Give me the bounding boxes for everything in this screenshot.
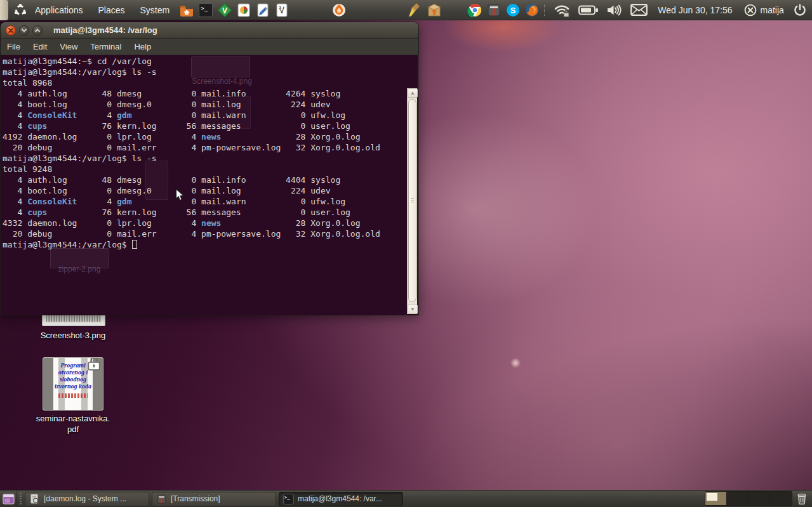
terminal-line: 4 boot.log 0 dmesg.0 0 mail.log 224 udev xyxy=(3,99,407,110)
menu-edit[interactable]: Edit xyxy=(27,39,53,55)
home-folder-launcher[interactable] xyxy=(178,2,195,18)
menu-applications[interactable]: Applications xyxy=(27,0,91,20)
panel-left-grip[interactable] xyxy=(0,0,8,20)
pdf-filename-line2: pdf xyxy=(22,424,124,435)
terminal-line: 4 cups 76 kern.log 56 messages 0 user.lo… xyxy=(3,207,407,218)
window-title: matija@l3gm4544: /var/log xyxy=(53,25,157,35)
tray-separator xyxy=(544,4,547,16)
window-minimize-button[interactable] xyxy=(19,25,29,36)
terminal-line: 4 ConsoleKit 4 gdm 0 mail.warn 0 ufw.log xyxy=(3,196,407,207)
math-launcher[interactable]: √3 xyxy=(274,2,290,18)
menu-terminal[interactable]: Terminal xyxy=(84,39,128,55)
volume-icon[interactable] xyxy=(602,0,627,20)
terminal-line: total 9248 xyxy=(3,164,407,174)
log-viewer-icon xyxy=(29,494,40,504)
taskbar-button-label: matija@l3gm4544: /var... xyxy=(298,494,382,503)
screenshot3-filename: Screenshot-3.png xyxy=(25,330,121,341)
pdf-thumbnail-subtitle-art xyxy=(58,393,88,398)
scrollbar-down-arrow-icon[interactable]: ▼ xyxy=(408,305,418,314)
trash-icon[interactable] xyxy=(794,491,809,506)
transmission-icon xyxy=(156,494,167,504)
user-me-menu[interactable]: matija xyxy=(739,4,789,16)
power-icon[interactable] xyxy=(789,3,812,17)
lock-emblem-icon xyxy=(86,357,102,372)
desktop-icon-screenshot3-label[interactable]: Screenshot-3.png xyxy=(25,330,121,341)
terminal-line: total 8968 xyxy=(3,77,407,88)
menu-places[interactable]: Places xyxy=(91,0,133,20)
chrome-icon[interactable] xyxy=(467,2,483,18)
terminal-line: matija@l3gm4544:/var/log$ xyxy=(3,239,407,250)
terminal-line: matija@l3gm4544:/var/log$ ls -s xyxy=(3,67,407,77)
menu-view[interactable]: View xyxy=(53,39,84,55)
scrollbar-thumb[interactable] xyxy=(408,99,416,302)
terminal-line: matija@l3gm4544:~$ cd /var/log xyxy=(3,56,407,67)
workspace-1[interactable] xyxy=(705,492,727,505)
terminal-icon: >_ xyxy=(283,494,294,504)
terminal-line: 4 cups 76 kern.log 56 messages 0 user.lo… xyxy=(3,121,407,131)
firefox-icon[interactable] xyxy=(524,2,540,18)
workspace-2[interactable] xyxy=(727,492,749,505)
desktop-icon-pdf[interactable]: Programi otvorenog i slobodnog izvornog … xyxy=(22,357,124,435)
terminal-window: matija@l3gm4544: /var/log File Edit View… xyxy=(0,22,419,315)
taskbar-button-label: [daemon.log - System ... xyxy=(44,494,126,503)
vim-launcher[interactable]: V xyxy=(216,2,233,18)
workspace-switcher xyxy=(705,491,792,506)
menu-file[interactable]: File xyxy=(1,39,27,55)
terminal-line: 4 auth.log 48 dmesg 0 mail.info 4404 sys… xyxy=(3,174,407,185)
terminal-line: 4332 daemon.log 0 lpr.log 4 news 28 Xorg… xyxy=(3,218,407,228)
mouse-cursor xyxy=(175,188,184,202)
terminal-line: 4 boot.log 0 dmesg.0 0 mail.log 224 udev xyxy=(3,185,407,196)
ubuntu-logo-icon[interactable] xyxy=(13,3,27,17)
username-label: matija xyxy=(761,5,784,15)
terminal-line: 4192 daemon.log 0 lpr.log 4 news 28 Xorg… xyxy=(3,131,407,142)
workspace-4[interactable] xyxy=(770,492,792,505)
taskbar-button-label: [Transmission] xyxy=(171,494,220,503)
window-maximize-button[interactable] xyxy=(32,25,43,36)
flame-app-icon[interactable] xyxy=(331,2,347,18)
menu-help[interactable]: Help xyxy=(128,39,157,55)
battery-icon[interactable] xyxy=(575,0,602,20)
writer-launcher[interactable] xyxy=(255,2,271,18)
top-panel: Applications Places System >_ V √3 S xyxy=(0,0,812,20)
taskbar-button-transmission[interactable]: [Transmission] xyxy=(152,492,276,506)
transmission-icon[interactable] xyxy=(486,2,502,18)
terminal-titlebar[interactable]: matija@l3gm4544: /var/log xyxy=(1,22,418,39)
pdf-filename-line1: seminar-nastavnika. xyxy=(22,413,124,424)
terminal-line: 4 ConsoleKit 4 gdm 0 mail.warn 0 ufw.log xyxy=(3,110,407,121)
scrollbar-up-arrow-icon[interactable]: ▲ xyxy=(408,88,418,98)
terminal-scrollbar[interactable]: ▲ ▼ xyxy=(407,88,417,314)
skype-icon[interactable]: S xyxy=(505,2,521,18)
pdf-thumbnail: Programi otvorenog i slobodnog izvornog … xyxy=(43,357,103,411)
svg-text:S: S xyxy=(510,6,516,15)
terminal-line: 4 auth.log 48 dmesg 0 mail.info 4264 sys… xyxy=(3,88,407,99)
tasklist-grip[interactable] xyxy=(20,493,22,504)
network-wifi-icon[interactable] xyxy=(549,0,575,20)
taskbar-button-logviewer[interactable]: [daemon.log - System ... xyxy=(25,492,149,506)
workspace-3[interactable] xyxy=(749,492,770,505)
terminal-line: matija@l3gm4544:/var/log$ ls -s xyxy=(3,153,407,164)
terminal-launcher[interactable]: >_ xyxy=(197,2,214,18)
terminal-output: matija@l3gm4544:~$ cd /var/logmatija@l3g… xyxy=(3,56,407,315)
user-status-icon xyxy=(744,4,757,16)
bottom-panel: [daemon.log - System ... [Transmission] … xyxy=(0,490,812,507)
window-close-button[interactable] xyxy=(6,25,16,36)
package-upgrade-icon[interactable] xyxy=(426,2,443,18)
workspace-window-miniature xyxy=(707,493,717,501)
menu-system[interactable]: System xyxy=(133,0,178,20)
impress-launcher[interactable] xyxy=(236,2,252,18)
broom-cleaner-icon[interactable] xyxy=(407,2,423,18)
panel-clock[interactable]: Wed Jun 30, 17:56 xyxy=(651,5,738,15)
terminal-menubar: File Edit View Terminal Help xyxy=(1,39,418,55)
terminal-line: 20 debug 0 mail.err 4 pm-powersave.log 3… xyxy=(3,142,407,153)
show-desktop-button[interactable] xyxy=(0,491,17,507)
terminal-icon: >_ xyxy=(199,3,213,17)
terminal-line: 20 debug 0 mail.err 4 pm-powersave.log 3… xyxy=(3,228,407,239)
mail-icon[interactable] xyxy=(627,0,651,20)
terminal-content[interactable]: Screenshot-4.png zipper-2.png matija@l3g… xyxy=(1,55,418,315)
taskbar-button-terminal[interactable]: >_ matija@l3gm4544: /var... xyxy=(279,492,403,506)
svg-text:V: V xyxy=(222,6,227,15)
